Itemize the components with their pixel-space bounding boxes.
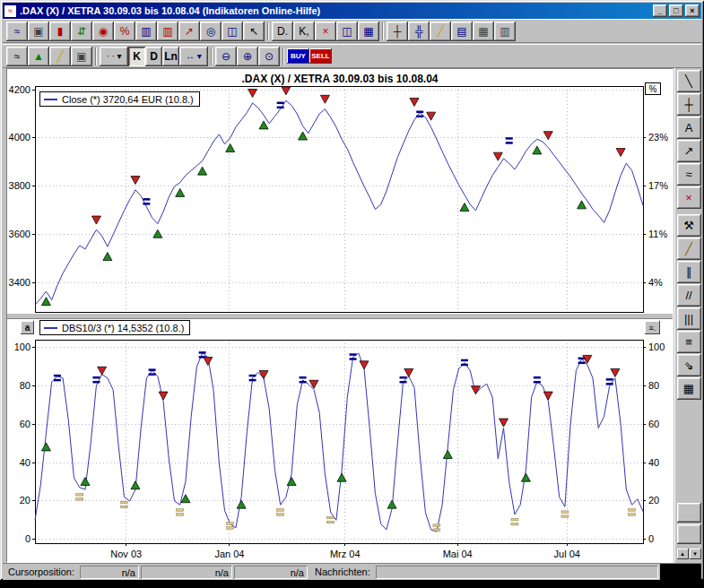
line-style-button[interactable]: · · ▾ xyxy=(100,47,128,66)
updown-arrows-icon[interactable]: ⇵ xyxy=(71,22,92,41)
chart-panel: .DAX (X) / XETRA 30.09.03 bis 10.08.04 3… xyxy=(6,68,674,563)
vertical-lines-tool[interactable]: ||| xyxy=(677,307,701,330)
chart-new-icon[interactable]: ≈ xyxy=(6,22,28,41)
pencil-tool[interactable]: ╱ xyxy=(677,238,701,260)
hold-signal-marker xyxy=(327,521,335,523)
svg-text:4%: 4% xyxy=(648,277,663,288)
d-chart-icon[interactable]: D. xyxy=(272,22,293,41)
hold-signal-marker xyxy=(227,527,234,530)
cursor-x-field: n/a xyxy=(80,566,139,579)
buy-signal-marker xyxy=(387,500,396,508)
buy-signal-marker xyxy=(259,121,268,129)
windows-icon[interactable]: ◫ xyxy=(222,22,243,41)
crosshair-icon[interactable]: ┼ xyxy=(387,22,408,41)
delete-tool[interactable]: × xyxy=(677,186,701,209)
hold-signal-marker xyxy=(606,378,613,381)
toolbar-separator xyxy=(211,48,213,65)
sell-signal-marker xyxy=(248,90,257,98)
k-chart-icon[interactable]: K, xyxy=(293,22,315,41)
toolbar-row-2: ≈▲╱▣· · ▾KDLn↔ ▾⊖⊕⊙BUYSELL xyxy=(3,44,701,68)
price-legend: Close (*) 3720,64 EUR (10.8.) xyxy=(39,91,200,107)
copy-icon[interactable]: ▣ xyxy=(28,22,49,41)
grid-icon[interactable]: ▦ xyxy=(473,22,494,41)
percent-icon[interactable]: % xyxy=(114,22,135,41)
close-button[interactable]: × xyxy=(685,4,700,17)
sell-signal-marker xyxy=(309,380,318,388)
zoom-range-icon[interactable]: ⊙ xyxy=(258,47,280,66)
settings-icon[interactable]: ▣ xyxy=(71,47,92,66)
svg-text:40: 40 xyxy=(20,457,30,468)
draw-icon[interactable]: ╱ xyxy=(49,47,71,66)
line-tool[interactable]: ╲ xyxy=(677,70,701,92)
parallel-lines-tool[interactable]: ∥ xyxy=(677,261,701,283)
svg-text:60: 60 xyxy=(20,419,30,429)
buy-button[interactable]: BUY xyxy=(287,48,309,64)
sell-signal-marker xyxy=(204,358,213,366)
sell-signal-marker xyxy=(404,368,413,376)
cursor-y-field: n/a xyxy=(141,566,232,579)
unused-tool-button-1[interactable] xyxy=(677,503,701,523)
delete-chart-icon[interactable]: × xyxy=(315,22,336,41)
levels-tool[interactable]: ≡ xyxy=(677,331,701,353)
buy-signal-marker xyxy=(176,188,185,196)
notes-icon[interactable]: ▤ xyxy=(451,22,473,41)
table-icon[interactable]: ▦ xyxy=(358,22,379,41)
hammer-tool[interactable]: ⚒ xyxy=(677,214,701,237)
chart-table-icon[interactable]: ◫ xyxy=(336,22,358,41)
cross-tool[interactable]: ┼ xyxy=(677,93,701,116)
pencil-icon[interactable]: ╱ xyxy=(430,22,451,41)
sheet-icon[interactable]: ▥ xyxy=(494,22,516,41)
compress-button[interactable]: ↔ ▾ xyxy=(179,47,208,66)
histogram-icon[interactable]: ▥ xyxy=(157,22,178,41)
titlebar[interactable]: ≈ .DAX (X) / XETRA 30.09.03 bis 10.08.04… xyxy=(3,3,701,19)
bars-blue-icon[interactable]: ▥ xyxy=(135,22,157,41)
grid-tool[interactable]: ▦ xyxy=(677,377,701,400)
hold-signal-marker xyxy=(277,102,284,105)
buy-signal-marker xyxy=(81,477,90,485)
svg-text:Mai 04: Mai 04 xyxy=(443,549,473,559)
hold-signal-marker xyxy=(578,362,586,365)
daily-chart-button[interactable]: D xyxy=(145,47,162,66)
log-scale-button[interactable]: Ln xyxy=(162,47,179,66)
hold-signal-marker xyxy=(227,523,234,525)
sell-signal-marker xyxy=(410,99,419,107)
toolbar-separator xyxy=(688,210,690,213)
panel-splitter[interactable] xyxy=(7,313,673,319)
unused-tool-button-2[interactable] xyxy=(677,524,701,544)
hold-signal-marker xyxy=(461,364,468,367)
hold-signal-marker xyxy=(54,379,61,382)
svg-text:4000: 4000 xyxy=(9,132,30,143)
fan-tool[interactable]: ⇘ xyxy=(677,354,701,376)
sell-button[interactable]: SELL xyxy=(309,48,332,64)
indicator-menu-button[interactable]: ≡. xyxy=(645,321,660,334)
percent-scale-button[interactable]: % xyxy=(645,82,661,95)
mini-chart-icon[interactable]: ≈ xyxy=(6,47,28,66)
hold-signal-marker xyxy=(400,381,407,384)
zoom-in-icon[interactable]: ⊕ xyxy=(237,47,258,66)
app-window: ≈ .DAX (X) / XETRA 30.09.03 bis 10.08.04… xyxy=(0,0,704,580)
svg-text:3800: 3800 xyxy=(9,180,30,191)
hold-signal-marker xyxy=(249,375,256,377)
maximize-button[interactable]: □ xyxy=(669,4,683,17)
svg-text:17%: 17% xyxy=(648,180,668,191)
signals-icon[interactable]: ▲ xyxy=(28,47,49,66)
svg-text:20: 20 xyxy=(648,495,659,506)
report-icon[interactable]: ◎ xyxy=(200,22,222,41)
minimize-button[interactable]: _ xyxy=(653,4,667,17)
trend-icon[interactable]: ↗ xyxy=(178,22,200,41)
bars-red-icon[interactable]: ▮ xyxy=(49,22,71,41)
hold-signal-marker xyxy=(149,373,156,376)
move-crosshair-icon[interactable]: ╬ xyxy=(408,22,430,41)
drawing-toolbar-buttons: ╲┼A↗≈×⚒╱∥//|||≡⇘▦ xyxy=(677,70,701,400)
scroll-up-button[interactable]: ▴ xyxy=(677,549,689,559)
wave-tool[interactable]: ≈ xyxy=(677,163,701,186)
arrow-tool[interactable]: ↗ xyxy=(677,140,701,162)
text-tool[interactable]: A xyxy=(677,117,701,139)
indicator-a-button[interactable]: a xyxy=(21,321,34,334)
zoom-out-icon[interactable]: ⊖ xyxy=(215,47,237,66)
hatch-tool[interactable]: // xyxy=(677,284,701,307)
candle-chart-button[interactable]: K xyxy=(128,47,145,66)
export-icon[interactable]: ↖ xyxy=(243,22,265,41)
pin-icon[interactable]: ◉ xyxy=(92,22,114,41)
scroll-down-button[interactable]: ▾ xyxy=(690,549,701,559)
